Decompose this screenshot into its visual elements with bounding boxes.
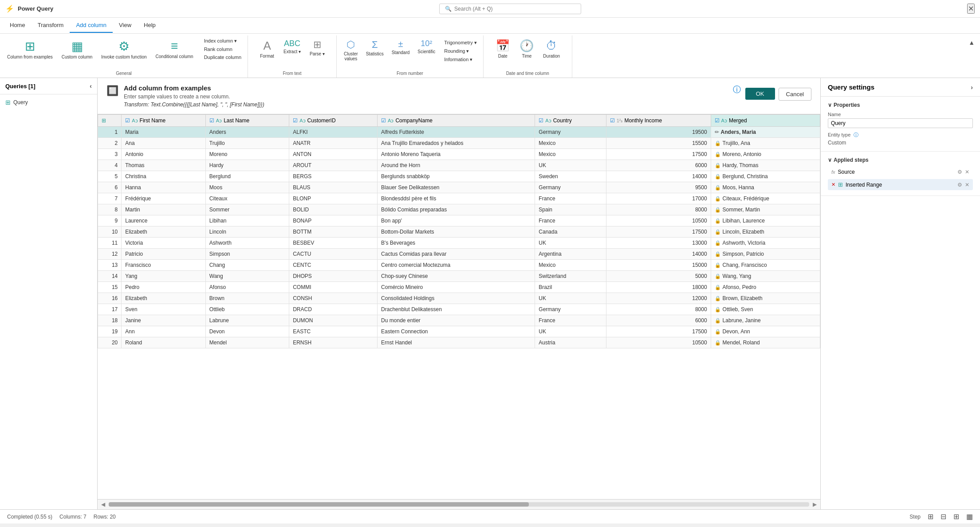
ribbon-btn-column-from-examples[interactable]: ⊞ Column from examples — [4, 37, 56, 61]
ribbon-btn-time[interactable]: 🕐 Time — [516, 37, 538, 60]
col-header-first-name[interactable]: ☑ Aↄ First Name — [122, 115, 206, 127]
status-bar-right: Step ⊞ ⊟ ⊞ ▦ — [909, 512, 973, 521]
scroll-right-icon[interactable]: ▶ — [813, 501, 817, 507]
ribbon-btn-rounding[interactable]: Rounding ▾ — [441, 47, 479, 55]
search-input[interactable] — [454, 6, 552, 12]
table-row[interactable]: 13FransciscoChangCENTCCentro comercial M… — [98, 260, 820, 271]
queries-panel: Queries [1] ‹ ⊞ Query — [0, 78, 98, 509]
data-table-container[interactable]: ⊞ ☑ Aↄ First Name ☑ Aↄ — [98, 114, 820, 499]
ribbon-btn-date[interactable]: 📅 Date — [492, 37, 514, 60]
ribbon-btn-cluster[interactable]: ⬡ Clustervalues — [340, 37, 362, 63]
step-icon[interactable]: ⊞ — [928, 512, 933, 521]
statistics-icon: Σ — [372, 39, 378, 51]
ribbon-btn-standard[interactable]: ± Standard — [388, 37, 413, 57]
table-row[interactable]: 18JanineLabruneDUMONDu monde entierFranc… — [98, 315, 820, 326]
ok-button[interactable]: OK — [745, 88, 775, 100]
table-row[interactable]: 19AnnDevonEASTCEastern ConnectionUK17500… — [98, 326, 820, 337]
cancel-button[interactable]: Cancel — [779, 88, 811, 101]
ribbon-btn-extract[interactable]: ABC Extract ▾ — [280, 37, 304, 56]
table-icon[interactable]: ⊞ — [953, 512, 959, 521]
scrollbar-thumb[interactable] — [109, 502, 529, 507]
ribbon-btn-parse[interactable]: ⊞ Parse ▾ — [306, 37, 328, 58]
col-type-icon-first-name: Aↄ — [132, 118, 138, 124]
table-row[interactable]: 2AnaTrujilloANATRAna Trujillo Emaredados… — [98, 138, 820, 149]
ribbon-btn-statistics[interactable]: Σ Statistics — [362, 37, 387, 58]
grid-icon[interactable]: ⊟ — [941, 512, 946, 521]
table-row[interactable]: 20RolandMendelERNSHErnst HandelAustria10… — [98, 337, 820, 348]
table-row[interactable]: 17SvenOttliebDRACDDrachenblut Delikatess… — [98, 304, 820, 315]
applied-steps-expand[interactable]: ∨ Applied steps — [828, 157, 973, 163]
table-row[interactable]: 6HannaMoosBLAUSBlauer See DelikatessenGe… — [98, 182, 820, 193]
ribbon-btn-rank-column[interactable]: Rank column — [201, 46, 244, 53]
edit-icon[interactable]: ✏ — [715, 129, 719, 135]
ribbon-collapse-btn[interactable]: ▲ — [965, 37, 978, 48]
properties-expand[interactable]: ∨ Properties — [828, 102, 973, 108]
table-row[interactable]: 16ElizabethBrownCONSHConsolidated Holdin… — [98, 293, 820, 304]
query-item[interactable]: ⊞ Query — [2, 96, 95, 109]
col-header-customer-id[interactable]: ☑ Aↄ CustomerID — [289, 115, 378, 127]
delete-icon[interactable]: ✕ — [831, 182, 835, 187]
query-name-input[interactable] — [828, 118, 973, 128]
table-row[interactable]: 11VictoriaAshworthBESBEVB's BeveragesUK1… — [98, 238, 820, 249]
ribbon-btn-duration[interactable]: ⏱ Duration — [539, 37, 563, 60]
col-header-last-name[interactable]: ☑ Aↄ Last Name — [205, 115, 289, 127]
ribbon-btn-custom-column[interactable]: ▦ Custom column — [58, 37, 96, 61]
menu-add-column[interactable]: Add column — [70, 18, 113, 33]
help-icon[interactable]: ⓘ — [733, 84, 741, 95]
table-row[interactable]: 5ChristinaBerglundBERGSBerglunds snabbkö… — [98, 171, 820, 182]
table-row[interactable]: 9LaurenceLibihanBONAPBon app'France10500… — [98, 215, 820, 226]
ribbon-btn-scientific[interactable]: 10² Scientific — [414, 37, 439, 56]
search-box[interactable]: 🔍 — [439, 4, 581, 14]
merged-value: Brown, Elizabeth — [723, 295, 763, 301]
source-step-settings-icon[interactable]: ⚙ — [957, 169, 962, 175]
scroll-left-icon[interactable]: ◀ — [101, 501, 105, 507]
inserted-range-step-label: Inserted Range — [846, 182, 882, 188]
standard-icon: ± — [398, 39, 403, 49]
menu-transform[interactable]: Transform — [31, 18, 70, 33]
table-row[interactable]: 1MariaAndersALFKIAlfreds FutterkisteGerm… — [98, 127, 820, 138]
inserted-range-settings-icon[interactable]: ⚙ — [957, 182, 962, 188]
entity-type-info-icon: ⓘ — [854, 132, 858, 137]
table-row[interactable]: 14YangWangDHOPSChop-suey ChineseSwitzerl… — [98, 271, 820, 282]
queries-collapse-icon[interactable]: ‹ — [90, 82, 92, 90]
ribbon-btn-trigonometry[interactable]: Trigonometry ▾ — [441, 39, 479, 47]
step-source[interactable]: fx Source ⚙ ✕ — [828, 167, 973, 177]
col-header-merged[interactable]: ☑ Aↄ Merged — [711, 115, 820, 127]
merged-value: Libihan, Laurence — [723, 218, 765, 224]
lock-icon: 🔒 — [715, 229, 721, 235]
ribbon-btn-format[interactable]: A Format — [256, 37, 278, 60]
ribbon-btn-duplicate-column[interactable]: Duplicate column — [201, 54, 244, 61]
col-header-company-name[interactable]: ☑ Aↄ CompanyName — [378, 115, 535, 127]
entity-type-value: Custom — [828, 140, 973, 146]
table-row[interactable]: 7FrédériqueCiteauxBLONPBlondesddsl père … — [98, 193, 820, 204]
duration-icon: ⏱ — [546, 39, 557, 53]
step-inserted-range[interactable]: ✕ ⊞ Inserted Range ⚙ ✕ — [828, 179, 973, 190]
col-check-last-name: ☑ — [209, 117, 214, 124]
col-label-monthly-income: Monthly Income — [624, 117, 662, 124]
source-step-label: Source — [838, 169, 855, 175]
menu-view[interactable]: View — [113, 18, 138, 33]
ribbon-btn-information[interactable]: Information ▾ — [441, 56, 479, 63]
ribbon-btn-invoke-custom[interactable]: ⚙ Invoke custom function — [98, 37, 150, 61]
menu-help[interactable]: Help — [138, 18, 162, 33]
layout-icon[interactable]: ▦ — [966, 512, 973, 521]
ribbon-btn-index-column[interactable]: Index column ▾ — [201, 37, 244, 45]
table-row[interactable]: 15PedroAfonsoCOMMIComércio MineiroBrazil… — [98, 282, 820, 293]
close-button[interactable]: ✕ — [967, 4, 975, 14]
ribbon: ⊞ Column from examples ▦ Custom column ⚙… — [0, 34, 980, 78]
settings-expand-icon[interactable]: › — [971, 84, 973, 91]
ribbon-btn-conditional[interactable]: ≡ Conditional column — [152, 37, 197, 61]
menu-home[interactable]: Home — [4, 18, 31, 33]
source-step-delete-icon[interactable]: ✕ — [965, 169, 969, 175]
table-row[interactable]: 10ElizabethLincolnBOTTMBottom-Dollar Mar… — [98, 226, 820, 238]
col-label-company-name: CompanyName — [395, 117, 432, 124]
table-row[interactable]: 4ThomasHardyAROUTAround the HornUK6000🔒H… — [98, 160, 820, 171]
table-row[interactable]: 12PatricioSimpsonCACTUCactus Comidas par… — [98, 249, 820, 260]
lock-icon: 🔒 — [715, 207, 721, 213]
col-header-country[interactable]: ☑ Aↄ Country — [535, 115, 606, 127]
table-row[interactable]: 3AntonioMorenoANTONAntonio Moreno Taquer… — [98, 149, 820, 160]
col-header-monthly-income[interactable]: ☑ 1²₃ Monthly Income — [606, 115, 711, 127]
properties-chevron: ∨ — [828, 102, 832, 108]
table-row[interactable]: 8MartinSommerBOLIDBólido Comidas prepara… — [98, 204, 820, 215]
inserted-range-delete2-icon[interactable]: ✕ — [965, 182, 969, 188]
